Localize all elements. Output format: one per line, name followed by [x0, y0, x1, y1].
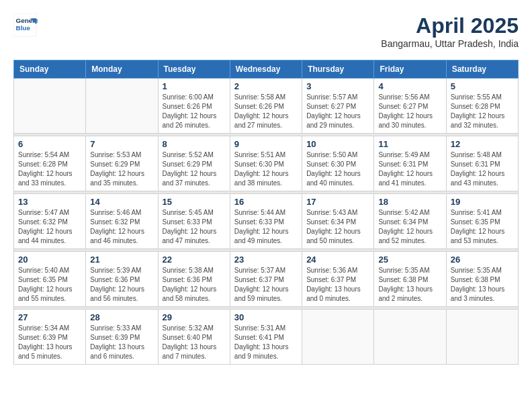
- calendar-cell: 2Sunrise: 5:58 AMSunset: 6:26 PMDaylight…: [230, 79, 302, 134]
- day-number: 19: [451, 197, 514, 207]
- day-number: 8: [163, 139, 226, 149]
- calendar-cell: 6Sunrise: 5:54 AMSunset: 6:28 PMDaylight…: [14, 136, 86, 191]
- calendar-cell: 1Sunrise: 6:00 AMSunset: 6:26 PMDaylight…: [158, 79, 230, 134]
- day-number: 24: [306, 255, 369, 265]
- calendar-week-1: 1Sunrise: 6:00 AMSunset: 6:26 PMDaylight…: [14, 79, 519, 134]
- calendar-cell: 11Sunrise: 5:49 AMSunset: 6:31 PMDayligh…: [374, 136, 446, 191]
- location-subtitle: Bangarmau, Uttar Pradesh, India: [381, 38, 519, 49]
- day-number: 23: [234, 255, 298, 265]
- calendar-cell: 3Sunrise: 5:57 AMSunset: 6:27 PMDaylight…: [302, 79, 374, 134]
- calendar-cell: 21Sunrise: 5:39 AMSunset: 6:36 PMDayligh…: [86, 252, 158, 307]
- logo-icon: General Blue: [13, 13, 38, 38]
- day-number: 15: [163, 197, 226, 207]
- calendar-cell: 30Sunrise: 5:31 AMSunset: 6:41 PMDayligh…: [230, 310, 302, 365]
- day-info: Sunrise: 5:50 AMSunset: 6:30 PMDaylight:…: [306, 150, 369, 188]
- day-number: 3: [306, 81, 369, 91]
- day-info: Sunrise: 5:37 AMSunset: 6:37 PMDaylight:…: [234, 266, 298, 304]
- weekday-header-tuesday: Tuesday: [158, 60, 230, 79]
- day-info: Sunrise: 5:40 AMSunset: 6:35 PMDaylight:…: [18, 266, 81, 304]
- day-info: Sunrise: 5:48 AMSunset: 6:31 PMDaylight:…: [451, 150, 514, 188]
- weekday-header-monday: Monday: [86, 60, 158, 79]
- day-number: 14: [90, 197, 153, 207]
- calendar-cell: 22Sunrise: 5:38 AMSunset: 6:36 PMDayligh…: [158, 252, 230, 307]
- calendar-cell: 9Sunrise: 5:51 AMSunset: 6:30 PMDaylight…: [230, 136, 302, 191]
- day-number: 5: [451, 81, 514, 91]
- day-number: 1: [163, 81, 226, 91]
- calendar-cell: 13Sunrise: 5:47 AMSunset: 6:32 PMDayligh…: [14, 194, 86, 249]
- day-info: Sunrise: 5:39 AMSunset: 6:36 PMDaylight:…: [90, 266, 153, 304]
- day-info: Sunrise: 5:34 AMSunset: 6:39 PMDaylight:…: [18, 324, 81, 361]
- calendar-cell: [446, 310, 518, 365]
- calendar-week-2: 6Sunrise: 5:54 AMSunset: 6:28 PMDaylight…: [14, 136, 519, 191]
- day-number: 22: [163, 255, 226, 265]
- calendar-cell: 5Sunrise: 5:55 AMSunset: 6:28 PMDaylight…: [446, 79, 518, 134]
- day-number: 27: [18, 312, 81, 322]
- day-number: 16: [234, 197, 298, 207]
- day-info: Sunrise: 5:46 AMSunset: 6:32 PMDaylight:…: [90, 208, 153, 246]
- day-info: Sunrise: 5:35 AMSunset: 6:38 PMDaylight:…: [378, 266, 441, 304]
- day-info: Sunrise: 5:51 AMSunset: 6:30 PMDaylight:…: [234, 150, 298, 188]
- calendar-week-5: 27Sunrise: 5:34 AMSunset: 6:39 PMDayligh…: [14, 310, 519, 365]
- day-info: Sunrise: 5:57 AMSunset: 6:27 PMDaylight:…: [306, 93, 369, 130]
- day-info: Sunrise: 5:58 AMSunset: 6:26 PMDaylight:…: [234, 93, 298, 130]
- day-number: 12: [451, 139, 514, 149]
- day-info: Sunrise: 5:33 AMSunset: 6:39 PMDaylight:…: [90, 324, 153, 361]
- day-info: Sunrise: 5:55 AMSunset: 6:28 PMDaylight:…: [451, 93, 514, 130]
- day-number: 21: [90, 255, 153, 265]
- day-info: Sunrise: 5:47 AMSunset: 6:32 PMDaylight:…: [18, 208, 81, 246]
- day-number: 30: [234, 312, 298, 322]
- day-info: Sunrise: 5:52 AMSunset: 6:29 PMDaylight:…: [163, 150, 226, 188]
- calendar-table: SundayMondayTuesdayWednesdayThursdayFrid…: [13, 60, 519, 365]
- calendar-cell: 10Sunrise: 5:50 AMSunset: 6:30 PMDayligh…: [302, 136, 374, 191]
- day-info: Sunrise: 5:41 AMSunset: 6:35 PMDaylight:…: [451, 208, 514, 246]
- weekday-header-friday: Friday: [374, 60, 446, 79]
- page-header: General Blue April 2025 Bangarmau, Uttar…: [13, 13, 519, 49]
- calendar-cell: [302, 310, 374, 365]
- calendar-cell: [86, 79, 158, 134]
- calendar-cell: 12Sunrise: 5:48 AMSunset: 6:31 PMDayligh…: [446, 136, 518, 191]
- calendar-cell: [14, 79, 86, 134]
- calendar-cell: 4Sunrise: 5:56 AMSunset: 6:27 PMDaylight…: [374, 79, 446, 134]
- day-info: Sunrise: 5:53 AMSunset: 6:29 PMDaylight:…: [90, 150, 153, 188]
- calendar-cell: 24Sunrise: 5:36 AMSunset: 6:37 PMDayligh…: [302, 252, 374, 307]
- day-info: Sunrise: 5:56 AMSunset: 6:27 PMDaylight:…: [378, 93, 441, 130]
- calendar-cell: 20Sunrise: 5:40 AMSunset: 6:35 PMDayligh…: [14, 252, 86, 307]
- calendar-cell: [374, 310, 446, 365]
- weekday-header-wednesday: Wednesday: [230, 60, 302, 79]
- day-number: 9: [234, 139, 298, 149]
- day-number: 7: [90, 139, 153, 149]
- day-number: 6: [18, 139, 81, 149]
- calendar-cell: 17Sunrise: 5:43 AMSunset: 6:34 PMDayligh…: [302, 194, 374, 249]
- day-number: 4: [378, 81, 441, 91]
- calendar-cell: 28Sunrise: 5:33 AMSunset: 6:39 PMDayligh…: [86, 310, 158, 365]
- day-number: 29: [163, 312, 226, 322]
- calendar-cell: 14Sunrise: 5:46 AMSunset: 6:32 PMDayligh…: [86, 194, 158, 249]
- calendar-week-3: 13Sunrise: 5:47 AMSunset: 6:32 PMDayligh…: [14, 194, 519, 249]
- title-section: April 2025 Bangarmau, Uttar Pradesh, Ind…: [381, 13, 519, 49]
- logo: General Blue: [13, 13, 38, 38]
- day-info: Sunrise: 5:44 AMSunset: 6:33 PMDaylight:…: [234, 208, 298, 246]
- day-number: 26: [451, 255, 514, 265]
- calendar-cell: 7Sunrise: 5:53 AMSunset: 6:29 PMDaylight…: [86, 136, 158, 191]
- day-number: 18: [378, 197, 441, 207]
- calendar-cell: 16Sunrise: 5:44 AMSunset: 6:33 PMDayligh…: [230, 194, 302, 249]
- day-number: 17: [306, 197, 369, 207]
- day-info: Sunrise: 5:38 AMSunset: 6:36 PMDaylight:…: [163, 266, 226, 304]
- calendar-cell: 23Sunrise: 5:37 AMSunset: 6:37 PMDayligh…: [230, 252, 302, 307]
- svg-text:Blue: Blue: [16, 24, 31, 32]
- day-info: Sunrise: 5:43 AMSunset: 6:34 PMDaylight:…: [306, 208, 369, 246]
- day-info: Sunrise: 5:31 AMSunset: 6:41 PMDaylight:…: [234, 324, 298, 361]
- calendar-cell: 18Sunrise: 5:42 AMSunset: 6:34 PMDayligh…: [374, 194, 446, 249]
- day-number: 10: [306, 139, 369, 149]
- weekday-header-thursday: Thursday: [302, 60, 374, 79]
- day-info: Sunrise: 5:36 AMSunset: 6:37 PMDaylight:…: [306, 266, 369, 304]
- day-number: 13: [18, 197, 81, 207]
- day-number: 2: [234, 81, 298, 91]
- day-info: Sunrise: 5:35 AMSunset: 6:38 PMDaylight:…: [451, 266, 514, 304]
- calendar-cell: 27Sunrise: 5:34 AMSunset: 6:39 PMDayligh…: [14, 310, 86, 365]
- calendar-week-4: 20Sunrise: 5:40 AMSunset: 6:35 PMDayligh…: [14, 252, 519, 307]
- calendar-cell: 8Sunrise: 5:52 AMSunset: 6:29 PMDaylight…: [158, 136, 230, 191]
- day-info: Sunrise: 5:32 AMSunset: 6:40 PMDaylight:…: [163, 324, 226, 361]
- day-info: Sunrise: 6:00 AMSunset: 6:26 PMDaylight:…: [163, 93, 226, 130]
- day-info: Sunrise: 5:54 AMSunset: 6:28 PMDaylight:…: [18, 150, 81, 188]
